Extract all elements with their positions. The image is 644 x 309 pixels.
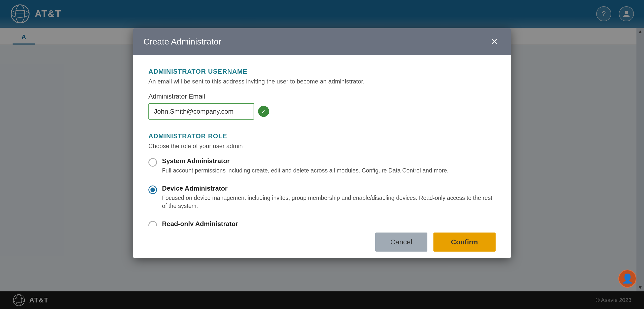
- readonly-admin-title: Read-only Administrator: [162, 220, 496, 226]
- system-admin-title: System Administrator: [162, 157, 496, 165]
- username-section-description: An email will be sent to this address in…: [148, 78, 496, 85]
- readonly-admin-text: Read-only Administrator Users can view r…: [162, 220, 496, 226]
- create-administrator-modal: Create Administrator ✕ ADMINISTRATOR USE…: [133, 28, 511, 258]
- device-admin-option[interactable]: Device Administrator Focused on device m…: [148, 185, 496, 210]
- device-admin-title: Device Administrator: [162, 185, 496, 192]
- modal-footer: Cancel Confirm: [133, 226, 511, 258]
- device-admin-text: Device Administrator Focused on device m…: [162, 185, 496, 210]
- email-valid-icon: ✓: [258, 106, 269, 117]
- system-admin-description: Full account permissions including creat…: [162, 166, 496, 174]
- system-admin-option[interactable]: System Administrator Full account permis…: [148, 157, 496, 174]
- floating-user-avatar[interactable]: 👤: [618, 270, 636, 288]
- readonly-admin-radio[interactable]: [148, 221, 157, 226]
- confirm-button[interactable]: Confirm: [433, 232, 496, 251]
- cancel-button[interactable]: Cancel: [375, 232, 427, 251]
- email-input-group: ✓: [148, 103, 496, 119]
- modal-header: Create Administrator ✕: [133, 28, 511, 55]
- device-admin-description: Focused on device management including i…: [162, 194, 496, 210]
- modal-body: ADMINISTRATOR USERNAME An email will be …: [133, 55, 511, 226]
- username-section-label: ADMINISTRATOR USERNAME: [148, 67, 496, 75]
- readonly-admin-option[interactable]: Read-only Administrator Users can view r…: [148, 220, 496, 226]
- device-admin-radio[interactable]: [148, 186, 157, 194]
- system-admin-radio[interactable]: [148, 158, 157, 166]
- floating-avatar-icon: 👤: [622, 273, 633, 284]
- role-section-label: ADMINISTRATOR ROLE: [148, 132, 496, 140]
- modal-close-button[interactable]: ✕: [488, 35, 501, 48]
- administrator-email-input[interactable]: [148, 103, 254, 119]
- role-section-description: Choose the role of your user admin: [148, 142, 496, 149]
- modal-title: Create Administrator: [143, 37, 221, 47]
- system-admin-text: System Administrator Full account permis…: [162, 157, 496, 174]
- email-field-label: Administrator Email: [148, 92, 496, 100]
